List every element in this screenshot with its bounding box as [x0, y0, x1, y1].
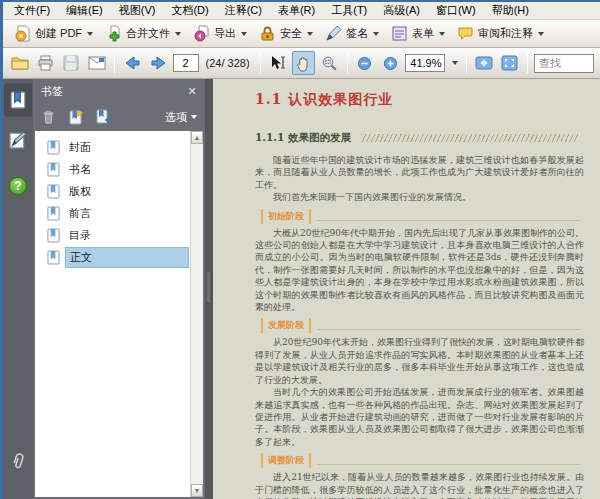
stage-heading-row: 发展阶段 [261, 318, 582, 333]
review-comment-button[interactable]: 审阅和注释 [452, 23, 549, 44]
trash-icon [41, 109, 56, 125]
menu-file[interactable]: 文件(F) [7, 2, 57, 19]
export-icon [193, 25, 210, 42]
menu-edit[interactable]: 编辑(E) [59, 2, 110, 19]
bookmark-item-body[interactable]: 正文 [47, 246, 189, 268]
scroll-up-icon[interactable] [191, 131, 203, 144]
attachments-tab[interactable] [10, 451, 26, 471]
previous-page-button[interactable] [121, 51, 144, 75]
navigation-toolbar: (24/ 328) 41.9% [3, 48, 600, 79]
menu-tools[interactable]: 工具(T) [324, 2, 374, 19]
menu-comments[interactable]: 注释(C) [218, 2, 269, 19]
body-paragraph: 从20世纪90年代末开始，效果图行业得到了很快的发展，这时期电脑软硬件都得到了发… [255, 336, 584, 386]
bookmark-page-icon [47, 184, 60, 199]
printer-icon [37, 55, 54, 71]
pdf-page: 1.1 认识效果图行业 1.1.1 效果图的发展 随着近些年中国的建筑设计市场的… [213, 79, 600, 499]
toolbar-separator [347, 53, 348, 73]
create-pdf-button[interactable]: 创建 PDF [9, 23, 98, 44]
bookmark-page-icon [9, 91, 27, 109]
stage-heading-row: 调整阶段 [261, 453, 582, 468]
intro-paragraph: 随着近些年中国的建筑设计市场的迅猛发展，建筑三维设计也如春笋般发展起来，而且随着… [255, 154, 584, 191]
paperclip-icon [10, 451, 26, 471]
bookmark-label: 封面 [65, 138, 189, 157]
menu-help[interactable]: 帮助(H) [485, 2, 536, 19]
export-label: 导出 [214, 26, 236, 41]
bookmark-item-contents[interactable]: 目录 [47, 224, 189, 246]
dropdown-caret-icon [241, 32, 247, 36]
open-file-button[interactable] [9, 51, 32, 75]
save-icon [63, 55, 79, 71]
bookmark-item-cover[interactable]: 封面 [47, 136, 189, 158]
signature-icon [9, 131, 27, 149]
bookmark-page-icon [47, 206, 60, 221]
bookmarks-panel-header: 书签 [33, 79, 205, 103]
print-button[interactable] [35, 51, 58, 75]
bookmarks-panel-title: 书签 [41, 84, 185, 99]
bookmark-label: 目录 [65, 226, 189, 245]
menu-window[interactable]: 窗口(W) [429, 2, 483, 19]
marquee-zoom-button[interactable] [318, 51, 341, 75]
bookmark-item-title[interactable]: 书名 [47, 158, 189, 180]
bookmark-arrow-icon [96, 109, 112, 125]
email-button[interactable] [86, 51, 109, 75]
bookmarks-tab[interactable] [4, 83, 32, 117]
stage-heading-row: 初始阶段 [261, 209, 582, 224]
signatures-tab[interactable] [4, 123, 32, 157]
options-button[interactable]: 选项 [165, 110, 197, 125]
fit-page-button[interactable] [498, 51, 521, 75]
hatch-decoration [361, 134, 578, 142]
next-page-button[interactable] [147, 51, 170, 75]
how-to-help-icon[interactable] [9, 177, 27, 195]
menu-forms[interactable]: 表单(R) [271, 2, 322, 19]
find-input[interactable] [534, 54, 594, 73]
combine-files-button[interactable]: 合并文件 [100, 23, 186, 44]
bookmark-label: 版权 [65, 182, 189, 201]
page-number-input[interactable] [173, 54, 199, 72]
scroll-down-icon[interactable] [191, 484, 203, 497]
export-button[interactable]: 导出 [188, 23, 252, 44]
menu-advanced[interactable]: 高级(A) [376, 2, 427, 19]
zoom-dropdown-button[interactable] [448, 54, 459, 72]
menu-view[interactable]: 视图(V) [112, 2, 163, 19]
stage-rule [317, 220, 580, 221]
sign-button[interactable]: 签名 [320, 23, 384, 44]
forms-button[interactable]: 表单 [386, 23, 450, 44]
body-paragraph: 当时几个大的效果图公司开始迅猛发展，进而发展成行业的领军者。效果图越来越追求真实… [255, 386, 584, 448]
fit-width-icon [475, 55, 493, 71]
close-panel-icon[interactable] [185, 85, 199, 98]
secure-button[interactable]: 安全 [254, 23, 318, 44]
forms-label: 表单 [412, 26, 434, 41]
bookmark-page-icon [47, 162, 60, 177]
options-label: 选项 [165, 110, 187, 125]
toolbar-separator [260, 53, 261, 73]
dropdown-caret-icon [175, 32, 181, 36]
stage-label: 调整阶段 [261, 453, 311, 468]
delete-bookmark-button[interactable] [41, 109, 56, 125]
navigation-tab-strip [3, 79, 33, 499]
bookmark-page-icon [47, 140, 60, 155]
panel-splitter[interactable] [205, 79, 213, 499]
fit-width-button[interactable] [473, 51, 496, 75]
secure-label: 安全 [280, 26, 302, 41]
set-destination-button[interactable] [96, 109, 112, 125]
bookmark-item-copyright[interactable]: 版权 [47, 180, 189, 202]
new-bookmark-button[interactable] [68, 109, 84, 125]
fit-page-icon [501, 55, 518, 71]
toolbar-separator [527, 53, 528, 73]
arrow-right-icon [149, 54, 167, 72]
menu-bar: 文件(F) 编辑(E) 视图(V) 文档(D) 注释(C) 表单(R) 工具(T… [3, 2, 600, 20]
hand-tool-button[interactable] [292, 51, 315, 75]
dropdown-caret-icon [373, 32, 379, 36]
bookmarks-panel: 书签 选项 封面 [33, 79, 205, 499]
zoom-in-button[interactable] [379, 51, 402, 75]
page-count-label: (24/ 328) [206, 57, 250, 69]
zoom-out-button[interactable] [354, 51, 377, 75]
bookmarks-scrollbar[interactable] [190, 131, 203, 497]
zoom-level-value[interactable]: 41.9% [405, 54, 446, 72]
save-button[interactable] [60, 51, 83, 75]
bookmark-item-preface[interactable]: 前言 [47, 202, 189, 224]
bookmarks-list: 封面 书名 版权 前言 [35, 131, 203, 497]
menu-document[interactable]: 文档(D) [164, 2, 215, 19]
select-tool-button[interactable] [267, 51, 290, 75]
speech-bubble-icon [457, 25, 474, 42]
